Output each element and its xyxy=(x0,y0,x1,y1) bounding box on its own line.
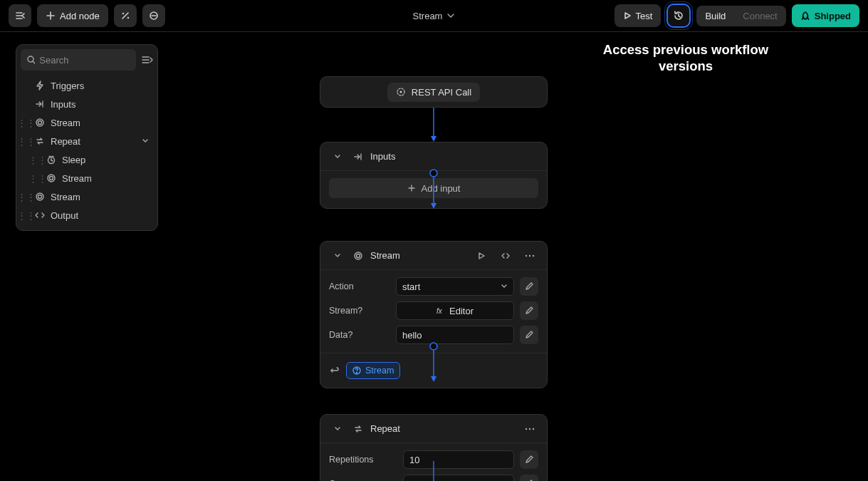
tab-build[interactable]: Build xyxy=(696,6,734,26)
svg-point-29 xyxy=(399,91,402,93)
help-icon xyxy=(352,366,361,375)
edit-button[interactable] xyxy=(520,475,538,481)
svg-point-38 xyxy=(355,252,362,259)
play-icon xyxy=(623,11,632,20)
prop-label-data: Data? xyxy=(329,330,390,340)
concurrency-field[interactable] xyxy=(409,479,508,482)
chevron-down-icon xyxy=(334,425,341,433)
svg-point-41 xyxy=(529,254,530,256)
node-title: Inputs xyxy=(370,151,395,162)
edit-button[interactable] xyxy=(520,301,538,320)
prop-label-streamq: Stream? xyxy=(329,306,390,316)
node-title: Repeat xyxy=(370,423,400,434)
dots-icon xyxy=(525,254,535,257)
title-text: Stream xyxy=(413,11,443,21)
rest-api-node[interactable]: REST API Call xyxy=(320,76,548,108)
svg-text:fx: fx xyxy=(436,307,443,315)
stream-chip-label: Stream xyxy=(365,366,394,376)
connector xyxy=(434,170,435,209)
svg-point-49 xyxy=(525,428,527,429)
inputs-icon xyxy=(353,152,363,162)
collapse-toggle[interactable] xyxy=(329,247,346,264)
reps-value: 10 xyxy=(409,455,419,465)
add-node-button[interactable]: Add node xyxy=(37,4,108,27)
action-value: start xyxy=(402,281,420,292)
svg-point-51 xyxy=(533,428,534,429)
stream-editor-button[interactable]: fx Editor xyxy=(396,301,514,320)
fx-icon: fx xyxy=(436,306,445,315)
collapse-toggle[interactable] xyxy=(329,148,346,165)
svg-point-34 xyxy=(430,170,437,177)
tab-connect[interactable]: Connect xyxy=(734,6,785,26)
data-value: hello xyxy=(402,330,422,341)
zoom-button[interactable] xyxy=(142,4,165,27)
edit-button[interactable] xyxy=(520,326,538,344)
pencil-icon xyxy=(525,331,533,339)
dots-icon xyxy=(525,428,535,430)
panel-collapse-icon xyxy=(14,10,26,21)
rest-api-chip: REST API Call xyxy=(387,83,480,102)
data-input[interactable]: hello xyxy=(396,326,514,344)
svg-marker-31 xyxy=(431,136,436,142)
edit-button[interactable] xyxy=(520,277,538,296)
svg-point-6 xyxy=(122,14,123,14)
streamq-value: Editor xyxy=(449,306,474,316)
svg-point-40 xyxy=(525,254,527,256)
connector xyxy=(434,461,435,481)
run-node-button[interactable] xyxy=(473,247,490,264)
test-button[interactable]: Test xyxy=(615,4,662,27)
test-label: Test xyxy=(636,11,653,21)
magic-button[interactable] xyxy=(114,4,137,27)
code-button[interactable] xyxy=(497,247,514,264)
svg-marker-39 xyxy=(479,253,484,259)
add-node-label: Add node xyxy=(60,11,100,21)
stream-icon xyxy=(353,251,363,261)
plus-icon xyxy=(407,184,416,192)
chevron-down-icon xyxy=(501,283,508,290)
action-select[interactable]: start xyxy=(396,277,514,296)
pencil-icon xyxy=(525,455,533,464)
more-button[interactable] xyxy=(521,420,538,438)
shipped-button[interactable]: Shipped xyxy=(792,4,859,27)
svg-point-42 xyxy=(533,254,534,256)
node-title: Stream xyxy=(370,250,400,261)
svg-marker-10 xyxy=(625,13,630,19)
rest-api-label: REST API Call xyxy=(412,87,471,98)
play-icon xyxy=(477,252,486,260)
workflow-title[interactable]: Stream xyxy=(413,11,456,21)
mode-tabs: Build Connect xyxy=(696,6,785,26)
history-icon xyxy=(673,10,684,21)
svg-point-7 xyxy=(127,18,128,19)
connector xyxy=(434,108,435,142)
code-icon xyxy=(501,251,511,261)
repetitions-input[interactable]: 10 xyxy=(403,450,514,469)
menu-toggle-button[interactable] xyxy=(9,4,31,27)
connector xyxy=(434,343,435,382)
chevron-down-icon xyxy=(334,153,341,160)
scan-icon xyxy=(148,10,160,21)
return-icon xyxy=(329,366,339,376)
shipped-label: Shipped xyxy=(815,11,851,21)
add-input-label: Add input xyxy=(422,183,461,194)
repeat-icon xyxy=(353,424,363,434)
rocket-icon xyxy=(800,11,810,21)
prop-label-reps: Repetitions xyxy=(329,455,397,465)
edit-button[interactable] xyxy=(520,450,538,469)
chevron-down-icon xyxy=(334,252,341,259)
plus-icon xyxy=(46,11,56,21)
collapse-toggle[interactable] xyxy=(329,420,346,438)
pencil-icon xyxy=(525,306,533,315)
target-icon xyxy=(396,87,406,97)
stream-output-chip[interactable]: Stream xyxy=(346,362,400,379)
prop-label-action: Action xyxy=(329,281,390,291)
svg-point-45 xyxy=(357,373,357,373)
chevron-down-icon xyxy=(446,11,455,20)
history-button[interactable] xyxy=(666,4,691,28)
svg-point-46 xyxy=(430,343,437,350)
wand-icon xyxy=(120,10,131,21)
svg-point-50 xyxy=(529,428,530,429)
more-button[interactable] xyxy=(521,247,538,264)
concurrency-input[interactable] xyxy=(403,475,514,481)
svg-point-37 xyxy=(357,254,360,257)
pencil-icon xyxy=(525,282,533,291)
